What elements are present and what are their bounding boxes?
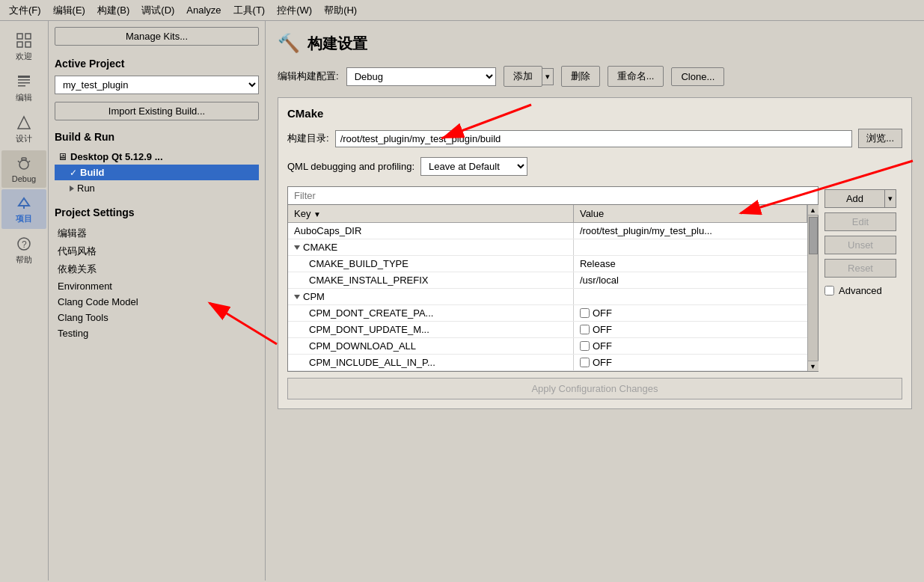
table-row[interactable]: CPM_DONT_UPDATE_M... OFF: [288, 322, 807, 338]
table-row[interactable]: CPM: [288, 289, 807, 305]
desktop-qt-label: Desktop Qt 5.12.9 ...: [70, 151, 163, 162]
qml-select[interactable]: Leave at Default: [420, 157, 527, 176]
sidebar-label-help: 帮助: [16, 254, 32, 266]
svg-rect-7: [18, 85, 25, 87]
menu-controls[interactable]: 控件(W): [271, 1, 318, 20]
sidebar-item-help[interactable]: ? 帮助: [1, 230, 46, 270]
sidebar-item-edit[interactable]: 编辑: [1, 68, 46, 108]
apply-config-button[interactable]: Apply Configuration Changes: [287, 378, 902, 399]
menu-build[interactable]: 构建(B): [91, 1, 135, 20]
import-existing-build-button[interactable]: Import Existing Build...: [55, 102, 259, 120]
menu-tools[interactable]: 工具(T): [227, 1, 272, 20]
add-action-container: Add ▾: [824, 189, 896, 208]
svg-point-9: [19, 160, 28, 169]
cmake-table-main: Key ▼ Value AuboCaps_DIR /root/test_plug…: [287, 186, 819, 372]
table-row[interactable]: AuboCaps_DIR /root/test_plugin/my_test_p…: [288, 223, 807, 239]
sidebar-item-welcome[interactable]: 欢迎: [1, 27, 46, 67]
cpm-dont-create-checkbox[interactable]: [580, 308, 590, 318]
cpm-download-all-checkbox[interactable]: [580, 341, 590, 351]
svg-marker-8: [18, 117, 30, 129]
hammer-icon: 🔨: [278, 33, 300, 54]
menu-debug[interactable]: 调试(D): [135, 1, 180, 20]
svg-line-13: [28, 161, 30, 162]
sidebar-item-debug[interactable]: Debug: [1, 150, 46, 188]
run-label: Run: [77, 183, 95, 194]
table-row[interactable]: CMAKE: [288, 239, 807, 256]
svg-rect-3: [25, 42, 31, 47]
settings-item-environment[interactable]: Environment: [55, 278, 259, 294]
cmake-table-area: Key ▼ Value AuboCaps_DIR /root/test_plug…: [287, 186, 902, 372]
add-dropdown-arrow[interactable]: ▾: [542, 68, 554, 85]
help-icon: ?: [15, 235, 33, 253]
menubar: 文件(F) 编辑(E) 构建(B) 调试(D) Analyze 工具(T) 控件…: [0, 0, 924, 21]
desktop-qt-item[interactable]: 🖥 Desktop Qt 5.12.9 ...: [55, 149, 259, 165]
table-wrapper: Key ▼ Value AuboCaps_DIR /root/test_plug…: [288, 205, 818, 371]
build-label: Build: [80, 167, 105, 178]
settings-item-clang-tools[interactable]: Clang Tools: [55, 310, 259, 325]
manage-kits-button[interactable]: Manage Kits...: [55, 27, 259, 46]
delete-button[interactable]: 删除: [561, 66, 600, 87]
unset-button[interactable]: Unset: [824, 236, 896, 254]
menu-analyze[interactable]: Analyze: [180, 1, 227, 19]
filter-input[interactable]: [288, 187, 818, 205]
sidebar-item-project[interactable]: 项目: [1, 189, 46, 229]
menu-file[interactable]: 文件(F): [3, 1, 47, 20]
col-value-header: Value: [573, 205, 807, 223]
col-key-header: Key ▼: [288, 205, 573, 223]
checkbox-cell: OFF: [580, 307, 801, 319]
cpm-triangle-icon: [294, 295, 300, 299]
menu-help[interactable]: 帮助(H): [318, 1, 363, 20]
settings-item-testing[interactable]: Testing: [55, 325, 259, 341]
cmake-expand[interactable]: CMAKE: [294, 242, 567, 253]
add-action-dropdown[interactable]: ▾: [884, 189, 896, 208]
menu-edit[interactable]: 编辑(E): [47, 1, 91, 20]
cpm-expand[interactable]: CPM: [294, 291, 567, 302]
advanced-label: Advanced: [839, 285, 882, 296]
scroll-down-arrow[interactable]: ▼: [808, 361, 819, 371]
debug-icon: [15, 155, 33, 173]
left-panel: Manage Kits... Active Project my_test_pl…: [49, 21, 266, 581]
sidebar-item-design[interactable]: 设计: [1, 109, 46, 149]
project-dropdown: my_test_plugin: [55, 76, 259, 94]
advanced-row: Advanced: [824, 285, 896, 296]
build-dir-input[interactable]: [335, 130, 853, 147]
monitor-icon: 🖥: [58, 151, 67, 162]
scroll-thumb[interactable]: [809, 217, 818, 254]
table-row[interactable]: CPM_DONT_CREATE_PA... OFF: [288, 305, 807, 322]
table-row[interactable]: CMAKE_BUILD_TYPE Release: [288, 256, 807, 272]
table-scrollbar[interactable]: ▲ ▼: [807, 205, 818, 371]
table-row[interactable]: CMAKE_INSTALL_PREFIX /usr/local: [288, 272, 807, 289]
sidebar-label-debug: Debug: [12, 174, 36, 183]
settings-item-clang-code-model[interactable]: Clang Code Model: [55, 294, 259, 310]
config-select[interactable]: Debug: [346, 67, 496, 86]
run-triangle-icon: [70, 186, 74, 192]
run-item[interactable]: Run: [55, 180, 259, 196]
scroll-up-arrow[interactable]: ▲: [808, 205, 819, 215]
cmake-title: CMake: [287, 107, 902, 120]
edit-button[interactable]: Edit: [824, 212, 896, 231]
project-select[interactable]: my_test_plugin: [55, 76, 259, 94]
reset-button[interactable]: Reset: [824, 259, 896, 278]
build-item[interactable]: ✓ Build: [55, 165, 259, 180]
rename-button[interactable]: 重命名...: [608, 66, 664, 87]
checkbox-cell: OFF: [580, 324, 801, 335]
svg-rect-10: [22, 158, 26, 160]
add-action-button[interactable]: Add: [824, 189, 884, 208]
clone-button[interactable]: Clone...: [671, 67, 724, 86]
svg-rect-1: [25, 34, 31, 39]
settings-item-editor[interactable]: 编辑器: [55, 224, 259, 242]
project-icon: [15, 194, 33, 212]
advanced-checkbox[interactable]: [824, 286, 834, 295]
add-button[interactable]: 添加: [504, 66, 542, 87]
cpm-dont-update-checkbox[interactable]: [580, 325, 590, 334]
svg-rect-4: [18, 76, 30, 78]
settings-item-dependencies[interactable]: 依赖关系: [55, 260, 259, 278]
checkbox-cell: OFF: [580, 340, 801, 352]
table-row[interactable]: CPM_INCLUDE_ALL_IN_P... OFF: [288, 355, 807, 371]
settings-item-code-style[interactable]: 代码风格: [55, 242, 259, 260]
table-row[interactable]: CPM_DOWNLOAD_ALL OFF: [288, 338, 807, 355]
browse-button[interactable]: 浏览...: [858, 129, 902, 148]
page-title: 构建设置: [308, 34, 367, 54]
cpm-include-all-checkbox[interactable]: [580, 358, 590, 367]
edit-icon: [15, 73, 33, 91]
